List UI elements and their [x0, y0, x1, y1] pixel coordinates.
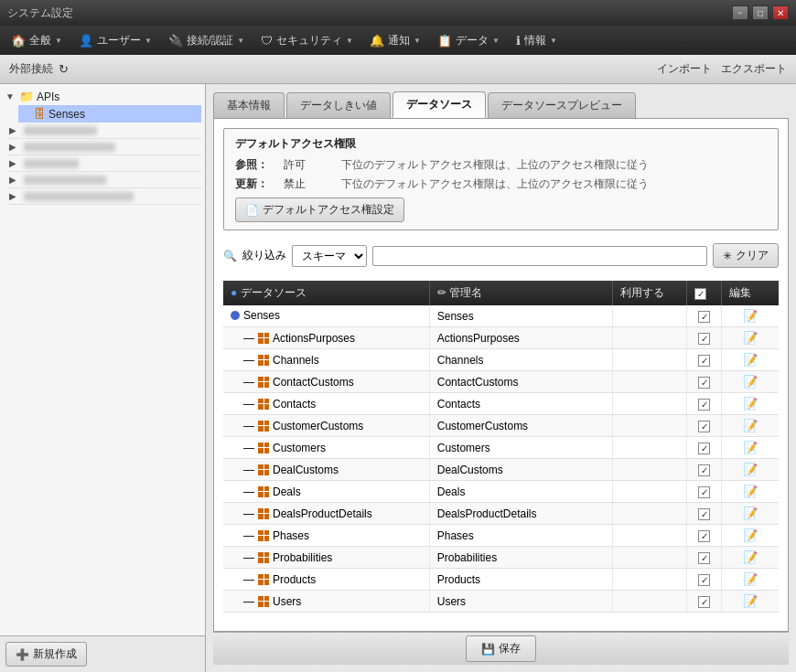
tab-datasource[interactable]: データソース [393, 91, 486, 118]
admin-header-label: 管理名 [449, 286, 482, 299]
use-checkbox-3[interactable] [698, 377, 710, 389]
use-checkbox-2[interactable] [698, 355, 710, 367]
edit-icon-2[interactable]: 📝 [743, 353, 758, 367]
clear-button[interactable]: ✳ クリア [713, 243, 779, 268]
menu-item-connection[interactable]: 🔌 接続/認証 ▼ [161, 29, 252, 52]
ds-icon-grid-6: — Customers [243, 442, 326, 454]
close-button[interactable]: ✕ [772, 5, 789, 20]
edit-icon-1[interactable]: 📝 [743, 331, 758, 345]
db-icon-senses: 🗄 [34, 107, 46, 121]
chevron-down-icon-info: ▼ [550, 37, 557, 45]
edit-icon-5[interactable]: 📝 [743, 419, 758, 432]
sidebar-item-senses[interactable]: 🗄 Senses [18, 105, 201, 123]
cell-ds-name-9: — DealsProductDetails [223, 503, 429, 525]
tab-datasource-preview[interactable]: データソースプレビュー [488, 92, 636, 118]
cell-use-2 [613, 349, 687, 371]
grid-cell-br [264, 404, 270, 410]
tab-basic-info[interactable]: 基本情報 [213, 92, 285, 118]
grid-cell-tl [258, 333, 264, 338]
menu-item-data[interactable]: 📋 データ ▼ [430, 29, 507, 52]
new-button[interactable]: ➕ 新規作成 [5, 642, 87, 667]
tab-threshold[interactable]: データしきい値 [286, 92, 391, 118]
cell-edit-3: 📝 [721, 371, 779, 393]
use-checkbox-6[interactable] [698, 443, 710, 454]
menu-item-general[interactable]: 🏠 全般 ▼ [4, 29, 70, 52]
edit-icon-8[interactable]: 📝 [743, 485, 758, 498]
menu-label-connection: 接続/認証 [187, 33, 233, 48]
use-checkbox-8[interactable] [698, 486, 710, 498]
blurred-row-5[interactable]: ▶ [7, 188, 201, 205]
cell-check-11 [687, 547, 722, 569]
menu-item-security[interactable]: 🛡 セキュリティ ▼ [253, 29, 360, 52]
save-button[interactable]: 💾 保存 [466, 635, 536, 662]
edit-icon-3[interactable]: 📝 [743, 375, 758, 389]
grid-cell-tl [258, 596, 264, 602]
minimize-button[interactable]: － [732, 5, 748, 20]
use-checkbox-10[interactable] [698, 530, 710, 542]
maximize-button[interactable]: □ [752, 5, 769, 20]
use-checkbox-12[interactable] [698, 574, 710, 586]
access-label-update: 更新： [235, 176, 276, 192]
grid-cell-tr [264, 421, 270, 426]
sidebar-item-apis[interactable]: ▼ 📁 APIs [4, 88, 201, 105]
access-desc-read: 下位のデフォルトアクセス権限は、上位のアクセス権限に従う [341, 157, 649, 173]
grid-icon-13 [258, 596, 269, 607]
use-checkbox-7[interactable] [698, 464, 710, 476]
edit-icon-7[interactable]: 📝 [743, 463, 758, 476]
cell-edit-1: 📝 [721, 327, 779, 349]
access-settings-button[interactable]: 📄 デフォルトアクセス権設定 [235, 197, 404, 222]
use-checkbox-0[interactable] [698, 311, 710, 323]
cell-check-12 [687, 569, 722, 591]
grid-cell-tr [264, 399, 270, 404]
filter-select[interactable]: スキーマ テーブル カラム [292, 245, 367, 267]
ds-item-2: — Channels [231, 354, 319, 367]
use-checkbox-4[interactable] [698, 399, 710, 411]
ds-item-3: — ContactCustoms [231, 376, 354, 389]
tree-toggle-apis[interactable]: ▼ [5, 91, 16, 101]
filter-input[interactable] [372, 246, 707, 266]
grid-cell-tl [258, 552, 264, 558]
blurred-row-4[interactable]: ▶ [7, 172, 201, 188]
grid-cell-br [264, 338, 270, 344]
edit-icon-6[interactable]: 📝 [743, 441, 758, 454]
use-checkbox-9[interactable] [698, 508, 710, 520]
ds-item-7: — DealCustoms [231, 464, 339, 476]
ds-icon-grid-2: — Channels [243, 354, 319, 367]
grid-icon-1 [258, 333, 269, 344]
edit-icon-12[interactable]: 📝 [743, 572, 758, 586]
menu-item-notification[interactable]: 🔔 通知 ▼ [362, 29, 428, 52]
edit-icon-0[interactable]: 📝 [743, 309, 758, 323]
grid-cell-br [264, 536, 270, 541]
check-all-checkbox[interactable] [694, 288, 706, 300]
cell-ds-name-4: — Contacts [223, 393, 429, 415]
edit-icon-9[interactable]: 📝 [743, 507, 758, 520]
menu-item-user[interactable]: 👤 ユーザー ▼ [71, 29, 159, 52]
main-layout: ▼ 📁 APIs 🗄 Senses ▶ [0, 84, 796, 672]
tree-toggle-b3: ▶ [9, 158, 20, 168]
ds-icon-grid-1: — ActionsPurposes [243, 332, 355, 345]
filter-row: 🔍 絞り込み スキーマ テーブル カラム ✳ クリア [223, 243, 779, 268]
blurred-row-3[interactable]: ▶ [7, 155, 201, 172]
export-link[interactable]: エクスポート [721, 61, 787, 77]
menu-item-info[interactable]: ℹ 情報 ▼ [509, 29, 565, 52]
table-row: — CustomerCustoms CustomerCustoms 📝 [223, 415, 779, 437]
home-icon: 🏠 [11, 34, 26, 48]
circle-icon [231, 311, 240, 320]
edit-icon-10[interactable]: 📝 [743, 528, 758, 542]
use-checkbox-13[interactable] [698, 596, 710, 608]
use-checkbox-1[interactable] [698, 333, 710, 345]
blurred-row-1[interactable]: ▶ [7, 123, 201, 139]
edit-icon-4[interactable]: 📝 [743, 397, 758, 411]
edit-icon-13[interactable]: 📝 [743, 594, 758, 608]
use-checkbox-11[interactable] [698, 552, 710, 564]
edit-icon-11[interactable]: 📝 [743, 550, 758, 564]
blurred-label-2 [24, 143, 115, 152]
import-link[interactable]: インポート [657, 61, 712, 77]
cell-check-7 [687, 459, 722, 481]
cell-ds-name-1: — ActionsPurposes [223, 327, 429, 349]
use-checkbox-5[interactable] [698, 421, 710, 432]
cell-check-4 [687, 393, 722, 415]
refresh-icon[interactable]: ↻ [59, 62, 69, 76]
cell-admin-name-8: Deals [429, 481, 612, 503]
blurred-row-2[interactable]: ▶ [7, 139, 201, 155]
